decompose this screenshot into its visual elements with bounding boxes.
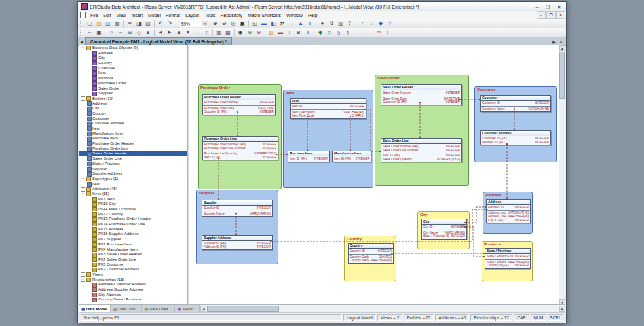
entity-purchase-order-header[interactable]: Purchase Order HeaderPurchase Order Numb… (202, 94, 276, 115)
tree-item-entities-15[interactable]: −Entities (15) (79, 96, 187, 101)
tree-item-relationships-15[interactable]: −Relationships (15) (79, 278, 187, 283)
maximize-button[interactable]: ❐ (542, 3, 554, 10)
align-right-icon[interactable]: ► (165, 28, 174, 37)
generate-reports-icon[interactable]: ▥ (336, 19, 345, 28)
zoom-in-icon[interactable]: ⊕ (210, 19, 219, 28)
tree-item-keys-15[interactable]: −Keys (15) (79, 192, 187, 197)
tree-item-city[interactable]: City (79, 56, 187, 61)
tree-item-supplier[interactable]: Supplier (79, 167, 187, 172)
menu-layout[interactable]: Layout (183, 13, 202, 18)
scroll-left-icon[interactable]: ◄ (200, 306, 206, 312)
entity-supplier[interactable]: SupplierSupplier IDINTEGERSupplier NameV… (202, 200, 273, 217)
universal-mappings-icon[interactable]: ∞ (374, 28, 383, 37)
tab-close-icon[interactable]: ✕ (558, 39, 565, 45)
collapse-icon[interactable]: − (81, 96, 85, 101)
save-icon[interactable]: ◫ (104, 19, 113, 28)
zoom-selected-icon[interactable]: ◉ (236, 28, 245, 37)
tree-item-pk7-sales-order-line[interactable]: PK7 Sales Order Line (79, 257, 187, 263)
expand-icon[interactable]: + (81, 272, 85, 277)
grid-icon[interactable]: ▦ (214, 28, 223, 37)
container-city[interactable]: CityCityCity IDINTEGERCity NameVARCHAR(4… (417, 211, 470, 249)
menu-view[interactable]: View (113, 13, 128, 18)
tree-item-city[interactable]: City (79, 106, 187, 111)
fit-to-window-icon[interactable]: ▣ (238, 19, 247, 28)
scroll-right-icon[interactable]: ► (559, 306, 565, 312)
tree-item-pk4-manufacture-item[interactable]: PK4 Manufacture Item (79, 247, 187, 253)
expand-display-icon[interactable]: ⊕ (245, 28, 254, 37)
tree-item-sales-order-line[interactable]: Sales Order Line (79, 156, 187, 162)
container-sales-order[interactable]: Sales OrderSales Order HeaderSales Order… (375, 75, 469, 186)
tree-item-customer[interactable]: Customer (79, 117, 187, 122)
expand-icon[interactable]: + (81, 187, 85, 192)
minimize-button[interactable]: – (531, 3, 542, 10)
tree-item-pk8-customer[interactable]: PK8 Customer (79, 263, 187, 268)
toolbar-grip[interactable] (80, 21, 83, 27)
team-server-icon[interactable]: ◆ (376, 19, 385, 28)
entity-country[interactable]: CountryCountry IDINTEGERCountry CodeCHAR… (348, 243, 394, 264)
tree-item-manufacture-item[interactable]: Manufacture Item (79, 132, 187, 137)
layout-symmetric-icon[interactable]: ◇ (134, 28, 143, 37)
find-entity-icon[interactable]: ● (318, 19, 327, 28)
entity-sales-order-header[interactable]: Sales Order HeaderSales Order NumberINTE… (381, 84, 462, 105)
document-tab[interactable]: Canonical Example.DM1 - Logical Model Vi… (85, 37, 232, 45)
repository-check-out-icon[interactable]: ↓ (367, 19, 376, 28)
tree-item-address-customer-address[interactable]: Address-Customer Address (79, 282, 187, 287)
collapse-icon[interactable]: − (81, 177, 85, 181)
forward-engineer-icon[interactable]: → (356, 28, 365, 37)
distribute-vertical-icon[interactable]: ↕ (202, 28, 211, 37)
tab-scroll-left-icon[interactable]: ◀ (78, 39, 85, 45)
naming-standards-icon[interactable]: ¶ (343, 28, 352, 37)
menu-window[interactable]: Window (284, 13, 305, 18)
mdi-minimize-button[interactable]: – (537, 11, 546, 19)
horizontal-scroll-thumb[interactable] (207, 306, 279, 312)
layout-circular-icon[interactable]: ○ (107, 28, 116, 37)
layout-hierarchical-icon[interactable]: ≡ (116, 28, 125, 37)
add-data-dictionary-icon[interactable]: ◆ (316, 28, 325, 37)
entity-tool-icon[interactable]: ▬ (259, 19, 269, 28)
entity-purchase-item[interactable]: Purchase ItemItem ID (FK)INTEGER (288, 151, 330, 162)
diagram-properties-icon[interactable]: ≡ (85, 28, 94, 37)
tree-item-views[interactable]: +Views (79, 272, 187, 278)
add-domain-icon[interactable]: ◇ (325, 28, 334, 37)
tree-item-pk10-city[interactable]: PK10 City (79, 202, 187, 207)
tree-item-address[interactable]: Address (79, 101, 187, 107)
entity-purchase-order-line[interactable]: Purchase Order LinePurchase Order Number… (202, 136, 278, 160)
menu-tools[interactable]: Tools (202, 13, 218, 18)
tree-item-business-data-objects-9[interactable]: −Business Data Objects (9) (79, 46, 187, 51)
tree-item-purchase-order[interactable]: Purchase Order (79, 81, 187, 86)
container-province[interactable]: ProvinceState / ProvinceState / Province… (482, 241, 533, 281)
scroll-up-icon[interactable]: ▲ (559, 45, 565, 51)
tree-item-supertypes-1[interactable]: −Supertypes (1) (79, 177, 187, 182)
container-supplier[interactable]: SupplierSupplierSupplier IDINTEGERSuppli… (196, 190, 278, 264)
zoom-area-icon[interactable]: ◎ (229, 19, 238, 28)
tree-item-item[interactable]: Item (79, 71, 187, 76)
tree-item-purchase-item[interactable]: Purchase Item (79, 136, 187, 141)
tree-item-pk12-country[interactable]: PK12 Country (79, 212, 187, 217)
tree-item-pk3-purchase-item[interactable]: PK3 Purchase Item (79, 242, 187, 247)
entity-manufacture-item[interactable]: Manufacture ItemItem ID (FK)INTEGER (332, 151, 371, 162)
identifying-relationship-tool-icon[interactable]: ⇄ (278, 19, 287, 28)
tree-item-pk1-item[interactable]: PK1 Item (79, 197, 187, 202)
diagram-canvas[interactable]: Purchase OrderPurchase Order HeaderPurch… (189, 45, 565, 305)
workspace-tab-data-dicti[interactable]: ▥Data Dicti... (111, 305, 142, 312)
align-left-icon[interactable]: ◄ (156, 28, 165, 37)
menu-file[interactable]: File (88, 13, 100, 18)
model-options-icon[interactable]: ▣ (94, 28, 104, 37)
cut-icon[interactable]: ✂ (125, 19, 134, 28)
help-icon[interactable]: ? (385, 19, 394, 28)
tree-item-pk6-sales-order-header[interactable]: PK6 Sales Order Header (79, 252, 187, 257)
tree-item-item[interactable]: Item (79, 182, 187, 187)
entity-customer-address[interactable]: Customer AddressCustomer ID (FK)INTEGERA… (480, 130, 551, 145)
reference-values-icon[interactable]: § (334, 28, 343, 37)
tree-item-state-province[interactable]: State / Province (79, 162, 187, 167)
entity-customer[interactable]: CustomerCustomer IDINTEGERCustomer NameV… (480, 95, 551, 112)
tree-item-item[interactable]: Item (79, 126, 187, 132)
redo-icon[interactable]: ↷ (165, 19, 174, 28)
distribute-horizontal-icon[interactable]: ↔ (193, 28, 202, 37)
view-tool-icon[interactable]: ◧ (269, 19, 278, 28)
font-color-icon[interactable]: T (285, 28, 294, 37)
entity-item[interactable]: ItemItem IDINTEGERItem DescriptionVARCHA… (290, 98, 366, 119)
entity-supplier-address[interactable]: Supplier AddressSupplier ID (FK)INTEGERA… (202, 235, 273, 250)
tree-item-sales-order[interactable]: Sales Order (79, 86, 187, 92)
bold-icon[interactable]: B (294, 28, 303, 37)
